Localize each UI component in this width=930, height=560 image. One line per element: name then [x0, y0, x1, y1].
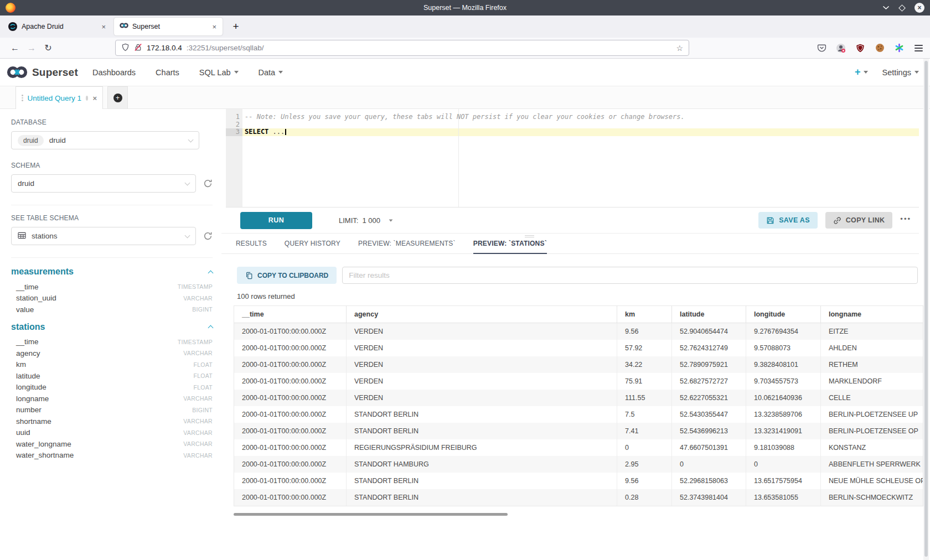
window-title: Superset — Mozilla Firefox	[0, 4, 930, 12]
extension-asterisk-icon[interactable]	[894, 43, 904, 53]
chevron-down-icon	[278, 71, 283, 74]
table-cell: ABBENFLETH SPERRWERK	[821, 456, 923, 473]
superset-logo[interactable]: Superset	[6, 65, 78, 79]
chevron-down-icon	[389, 219, 393, 221]
settings-menu[interactable]: Settings	[882, 68, 919, 77]
add-new-button[interactable]: +	[855, 66, 868, 78]
results-tab[interactable]: PREVIEW: `STATIONS`	[473, 240, 547, 253]
column-type: VARCHAR	[183, 418, 213, 424]
drag-handle-icon[interactable]	[22, 95, 23, 101]
schema-label: SCHEMA	[11, 162, 213, 169]
column-header[interactable]: __time	[234, 306, 347, 323]
table-cell: 9.2767694354	[746, 323, 821, 340]
column-header[interactable]: longname	[821, 306, 923, 323]
back-icon[interactable]: ←	[7, 43, 23, 53]
table-cell: 13.653581055	[746, 489, 821, 506]
database-select[interactable]: druid druid	[11, 131, 199, 149]
menu-icon[interactable]	[913, 43, 923, 53]
insecure-lock-icon[interactable]	[134, 43, 142, 53]
sqllab-sidebar: DATABASE druid druid SCHEMA druid	[0, 109, 221, 560]
bookmark-star-icon[interactable]: ☆	[676, 44, 683, 53]
column-name: longname	[16, 395, 49, 403]
url-bar[interactable]: 172.18.0.4 :32251/superset/sqllab/ ☆	[115, 40, 689, 56]
sql-editor[interactable]: 1 2 3 -- Note: Unless you save your quer…	[226, 109, 919, 208]
run-button[interactable]: RUN	[240, 212, 312, 229]
browser-tab-superset[interactable]: Superset ×	[114, 18, 223, 35]
table-cell: 2000-01-01T00:00:00.000Z	[234, 456, 347, 473]
browser-tab-apache-druid[interactable]: Apache Druid ×	[3, 18, 112, 35]
query-state-dot	[86, 96, 88, 101]
table-cell: 7.41	[617, 423, 672, 439]
window-minimize-icon[interactable]	[882, 6, 890, 10]
pocket-icon[interactable]	[817, 43, 826, 53]
shield-icon[interactable]	[121, 43, 130, 53]
table-cell: 2000-01-01T00:00:00.000Z	[234, 390, 347, 406]
table-select[interactable]: stations	[11, 227, 196, 245]
table-cell: 0	[746, 456, 821, 473]
vertical-scrollbar-thumb[interactable]	[924, 61, 928, 557]
table-cell: 7.5	[617, 406, 672, 423]
horizontal-scrollbar[interactable]	[234, 513, 508, 516]
query-tab-active[interactable]: Untitled Query 1 ×	[16, 86, 103, 109]
schema-select[interactable]: druid	[11, 174, 196, 193]
table-row: 2000-01-01T00:00:00.000ZSTANDORT BERLIN0…	[234, 489, 923, 506]
copy-to-clipboard-button[interactable]: COPY TO CLIPBOARD	[237, 267, 337, 284]
new-tab-button[interactable]: +	[228, 19, 244, 34]
vertical-scrollbar-track[interactable]	[923, 59, 929, 560]
column-header[interactable]: latitude	[672, 306, 746, 323]
schema-table-header[interactable]: measurements	[11, 267, 213, 277]
column-header[interactable]: km	[617, 306, 672, 323]
schema-column-row: longnameVARCHAR	[11, 393, 213, 405]
nav-sql-lab[interactable]: SQL Lab	[199, 68, 239, 77]
column-name: uuid	[16, 428, 30, 437]
table-row: 2000-01-01T00:00:00.000ZREGIERUNGSPRÄSID…	[234, 439, 923, 456]
cookie-icon[interactable]	[875, 43, 885, 53]
table-cell: 52.6227055321	[672, 390, 746, 406]
results-tab[interactable]: PREVIEW: `MEASUREMENTS`	[358, 240, 456, 253]
window-maximize-icon[interactable]	[900, 6, 905, 11]
forward-icon[interactable]: →	[23, 43, 40, 53]
column-header[interactable]: agency	[347, 306, 617, 323]
table-cell: 2000-01-01T00:00:00.000Z	[234, 439, 347, 456]
column-type: VARCHAR	[183, 395, 213, 402]
more-options-icon[interactable]: •••	[900, 215, 914, 226]
window-close-icon[interactable]: ×	[914, 3, 924, 13]
ublock-icon[interactable]	[855, 43, 865, 53]
table-cell: EITZE	[821, 323, 923, 340]
nav-dashboards[interactable]: Dashboards	[92, 68, 136, 77]
column-header[interactable]: longitude	[746, 306, 821, 323]
database-value: druid	[49, 136, 183, 144]
save-as-button[interactable]: SAVE AS	[758, 212, 818, 229]
database-pill: druid	[18, 135, 44, 146]
chevron-down-icon	[864, 71, 868, 74]
tab-close-icon[interactable]: ×	[211, 22, 218, 32]
refresh-table-icon[interactable]	[203, 231, 213, 241]
link-icon	[833, 216, 841, 225]
table-cell: VERDEN	[347, 373, 617, 390]
tab-close-icon[interactable]: ×	[100, 22, 107, 32]
copy-link-button[interactable]: COPY LINK	[825, 212, 893, 229]
table-row: 2000-01-01T00:00:00.000ZVERDEN75.9152.68…	[234, 373, 923, 390]
table-cell: BERLIN-SCHMOECKWITZ	[821, 489, 923, 506]
table-icon	[18, 232, 26, 241]
results-tab[interactable]: RESULTS	[236, 240, 267, 253]
schema-table-header[interactable]: stations	[11, 322, 213, 332]
table-cell: 0.28	[617, 489, 672, 506]
table-cell: 52.5430355447	[672, 406, 746, 423]
refresh-schema-icon[interactable]	[203, 179, 213, 188]
schema-table-name: stations	[11, 322, 45, 332]
chevron-down-icon	[185, 232, 190, 238]
nav-data[interactable]: Data	[259, 68, 283, 77]
new-query-tab-button[interactable]: +	[107, 86, 128, 108]
column-name: longitude	[16, 383, 46, 391]
pane-resize-handle[interactable]	[525, 235, 534, 237]
limit-dropdown[interactable]: LIMIT: 1 000	[339, 216, 393, 225]
account-sync-icon[interactable]	[836, 43, 846, 53]
table-cell: 13.6517575954	[746, 473, 821, 489]
nav-charts[interactable]: Charts	[156, 68, 179, 77]
reload-icon[interactable]: ↻	[40, 43, 56, 53]
query-tab-close-icon[interactable]: ×	[92, 94, 97, 102]
chevron-down-icon	[234, 71, 239, 74]
filter-results-input[interactable]	[342, 267, 918, 284]
results-tab[interactable]: QUERY HISTORY	[285, 240, 340, 253]
